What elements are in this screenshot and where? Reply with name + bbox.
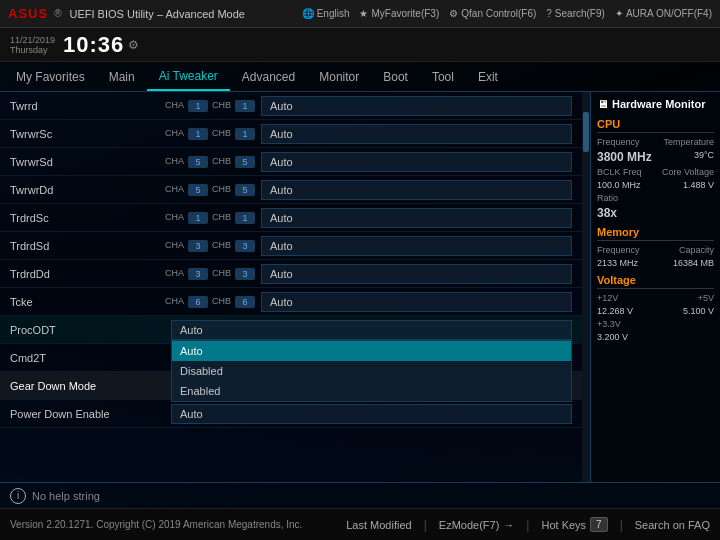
- tab-ai-tweaker[interactable]: Ai Tweaker: [147, 62, 230, 91]
- qfan-control-button[interactable]: ⚙ Qfan Control(F6): [449, 8, 536, 19]
- footer-bar: Version 2.20.1271. Copyright (C) 2019 Am…: [0, 508, 720, 540]
- aura-button[interactable]: ✦ AURA ON/OFF(F4): [615, 8, 712, 19]
- setting-name-procodt: ProcODT: [10, 324, 165, 336]
- date-display: 11/21/2019 Thursday: [10, 35, 55, 55]
- setting-value-twrrd[interactable]: Auto: [261, 96, 572, 116]
- setting-value-twrwrsd[interactable]: Auto: [261, 152, 572, 172]
- hw-monitor-title: 🖥 Hardware Monitor: [597, 98, 714, 110]
- hotkeys-button[interactable]: Hot Keys 7: [541, 517, 607, 532]
- setting-value-power-down[interactable]: Auto: [171, 404, 572, 424]
- time-settings-icon[interactable]: ⚙: [128, 38, 139, 52]
- hw-bclk-values: 100.0 MHz 1.488 V: [597, 180, 714, 190]
- setting-twrrd: Twrrd CHA 1 CHB 1 Auto: [0, 92, 582, 120]
- hw-33v-value: 3.200 V: [597, 332, 714, 342]
- time-display: 10:36: [63, 32, 124, 58]
- settings-panel: Twrrd CHA 1 CHB 1 Auto TwrwrSc CHA 1 CHB…: [0, 92, 582, 482]
- hardware-monitor-panel: 🖥 Hardware Monitor CPU Frequency Tempera…: [590, 92, 720, 482]
- setting-twrwrsc: TwrwrSc CHA 1 CHB 1 Auto: [0, 120, 582, 148]
- setting-trdrdsc: TrdrdSc CHA 1 CHB 1 Auto: [0, 204, 582, 232]
- scrollbar[interactable]: [582, 92, 590, 482]
- setting-trdrddd: TrdrdDd CHA 3 CHB 3 Auto: [0, 260, 582, 288]
- monitor-icon: 🖥: [597, 98, 608, 110]
- tab-advanced[interactable]: Advanced: [230, 62, 307, 91]
- my-favorite-button[interactable]: ★ MyFavorite(F3): [359, 8, 439, 19]
- help-bar: i No help string: [0, 482, 720, 508]
- last-modified-action[interactable]: Last Modified: [346, 519, 411, 531]
- info-icon: i: [10, 488, 26, 504]
- setting-name-cmd2t: Cmd2T: [10, 352, 165, 364]
- datetime-bar: 11/21/2019 Thursday 10:36 ⚙: [0, 28, 720, 62]
- bios-title: UEFI BIOS Utility – Advanced Mode: [70, 8, 302, 20]
- setting-value-trdrdsc[interactable]: Auto: [261, 208, 572, 228]
- language-selector[interactable]: 🌐 English: [302, 8, 350, 19]
- footer-actions: Last Modified | EzMode(F7) → | Hot Keys …: [346, 517, 710, 532]
- ezmode-button[interactable]: EzMode(F7) →: [439, 519, 515, 531]
- scrollbar-thumb[interactable]: [583, 112, 589, 152]
- tab-monitor[interactable]: Monitor: [307, 62, 371, 91]
- hw-cpu-freq-row: Frequency Temperature: [597, 137, 714, 147]
- setting-value-tcke[interactable]: Auto: [261, 292, 572, 312]
- setting-trdrdsd: TrdrdSd CHA 3 CHB 3 Auto: [0, 232, 582, 260]
- procodt-dropdown-list: Auto Disabled Enabled: [171, 340, 572, 402]
- setting-value-twrwrdd[interactable]: Auto: [261, 180, 572, 200]
- procodt-dropdown[interactable]: Auto: [171, 320, 572, 340]
- copyright-text: Version 2.20.1271. Copyright (C) 2019 Am…: [10, 519, 302, 530]
- hotkeys-key: 7: [590, 517, 608, 532]
- setting-name-power-down: Power Down Enable: [10, 408, 165, 420]
- setting-tcke: Tcke CHA 6 CHB 6 Auto: [0, 288, 582, 316]
- setting-name-twrrd: Twrrd: [10, 100, 165, 112]
- hw-memory-section: Memory: [597, 226, 714, 241]
- hw-bclk-row: BCLK Freq Core Voltage: [597, 167, 714, 177]
- setting-procodt: ProcODT Auto Auto Disabled Enabled: [0, 316, 582, 344]
- tab-main[interactable]: Main: [97, 62, 147, 91]
- procodt-option-enabled[interactable]: Enabled: [172, 381, 571, 401]
- hw-cpu-freq-values: 3800 MHz 39°C: [597, 150, 714, 164]
- hw-volt-labels: +12V +5V: [597, 293, 714, 303]
- help-text: No help string: [32, 490, 100, 502]
- ezmode-arrow-icon: →: [503, 519, 514, 531]
- hw-mem-values: 2133 MHz 16384 MB: [597, 258, 714, 268]
- hw-33v-label: +3.3V: [597, 319, 714, 329]
- setting-name-gear-down: Gear Down Mode: [10, 380, 165, 392]
- setting-value-trdrdsd[interactable]: Auto: [261, 236, 572, 256]
- nav-bar: My Favorites Main Ai Tweaker Advanced Mo…: [0, 62, 720, 92]
- asus-logo: ASUS: [8, 6, 48, 21]
- setting-value-twrwrsc[interactable]: Auto: [261, 124, 572, 144]
- tab-my-favorites[interactable]: My Favorites: [4, 62, 97, 91]
- search-faq-button[interactable]: Search on FAQ: [635, 519, 710, 531]
- tab-tool[interactable]: Tool: [420, 62, 466, 91]
- tab-exit[interactable]: Exit: [466, 62, 510, 91]
- hw-volt-values: 12.268 V 5.100 V: [597, 306, 714, 316]
- top-bar: ASUS ® UEFI BIOS Utility – Advanced Mode…: [0, 0, 720, 28]
- setting-twrwrdd: TwrwrDd CHA 5 CHB 5 Auto: [0, 176, 582, 204]
- hw-cpu-section: CPU: [597, 118, 714, 133]
- setting-twrwrsd: TwrwrSd CHA 5 CHB 5 Auto: [0, 148, 582, 176]
- hw-voltage-section: Voltage: [597, 274, 714, 289]
- procodt-option-auto[interactable]: Auto: [172, 341, 571, 361]
- asus-brand-icon: ®: [54, 8, 61, 19]
- top-bar-actions: 🌐 English ★ MyFavorite(F3) ⚙ Qfan Contro…: [302, 8, 712, 19]
- setting-value-trdrddd[interactable]: Auto: [261, 264, 572, 284]
- hw-ratio-value: 38x: [597, 206, 714, 220]
- chips-twrrd: CHA 1 CHB 1: [165, 100, 255, 112]
- tab-boot[interactable]: Boot: [371, 62, 420, 91]
- hw-ratio-row: Ratio: [597, 193, 714, 203]
- search-button[interactable]: ? Search(F9): [546, 8, 605, 19]
- procodt-option-disabled[interactable]: Disabled: [172, 361, 571, 381]
- main-content: Twrrd CHA 1 CHB 1 Auto TwrwrSc CHA 1 CHB…: [0, 92, 720, 482]
- setting-power-down: Power Down Enable Auto: [0, 400, 582, 428]
- hw-mem-freq-row: Frequency Capacity: [597, 245, 714, 255]
